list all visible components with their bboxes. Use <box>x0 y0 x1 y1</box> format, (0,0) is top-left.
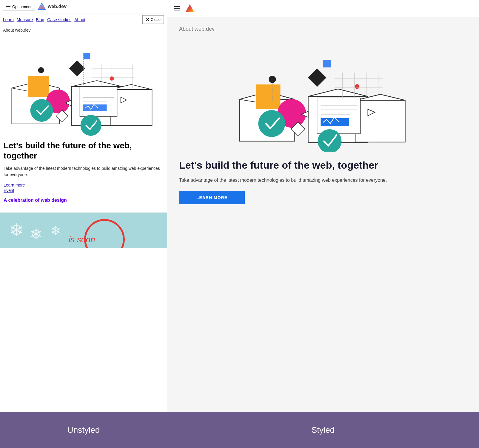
description-left: Take advantage of the latest modern tech… <box>4 165 163 178</box>
label-unstyled: Unstyled <box>0 412 167 448</box>
svg-point-30 <box>30 99 53 122</box>
svg-rect-12 <box>84 53 90 59</box>
content-left: Let's build the future of the web, toget… <box>0 136 167 213</box>
svg-text:❄: ❄ <box>9 220 24 240</box>
nav-measure[interactable]: Measure <box>17 17 33 22</box>
svg-rect-65 <box>317 98 361 134</box>
svg-point-70 <box>258 110 285 137</box>
right-content: About web.dev <box>167 17 479 412</box>
svg-text:❄: ❄ <box>30 226 42 243</box>
celebration-link[interactable]: A celebration of web design <box>4 198 163 203</box>
left-header: Open menu web.dev <box>0 0 167 13</box>
logo-icon-right <box>185 4 195 13</box>
illustration-right <box>179 38 467 152</box>
about-label-left: About web.dev <box>0 26 167 34</box>
unstyled-text: Unstyled <box>67 425 100 435</box>
nav-learn[interactable]: Learn <box>3 17 14 22</box>
svg-rect-69 <box>321 118 349 126</box>
site-name: web.dev <box>48 4 67 9</box>
nav-about[interactable]: About <box>74 17 85 22</box>
svg-marker-46 <box>308 89 368 96</box>
main-heading-right: Let's build the future of the web, toget… <box>179 159 467 172</box>
svg-point-31 <box>81 115 101 136</box>
nav-case-studies[interactable]: Case studies <box>47 17 71 22</box>
svg-rect-11 <box>69 60 85 76</box>
left-panel-unstyled: Open menu web.dev Learn Measur <box>0 0 167 412</box>
label-styled: Styled <box>167 412 479 448</box>
snowflake-preview: ❄ ❄ ❄ is soon <box>0 213 167 248</box>
about-label-right: About web.dev <box>179 26 467 32</box>
illustration-left <box>0 34 167 136</box>
main-heading-left: Let's build the future of the web, toget… <box>4 141 163 161</box>
close-label: Close <box>151 17 161 22</box>
bottom-labels: Unstyled Styled <box>0 412 479 448</box>
svg-marker-41 <box>186 4 194 12</box>
close-button[interactable]: ✕ Close <box>142 15 164 24</box>
nav-bar: Learn Measure Blog Case studies About ✕ … <box>0 13 167 26</box>
logo-icon <box>38 2 46 11</box>
open-menu-button[interactable]: Open menu <box>3 3 35 10</box>
svg-rect-49 <box>256 84 281 109</box>
svg-rect-9 <box>28 76 49 97</box>
nav-blog[interactable]: Blog <box>36 17 44 22</box>
svg-point-53 <box>269 76 276 83</box>
right-panel-styled: About web.dev <box>167 0 479 412</box>
svg-point-57 <box>355 84 360 89</box>
description-right: Take advantage of the latest modern tech… <box>179 176 467 184</box>
svg-rect-51 <box>308 68 326 87</box>
logo-area: web.dev <box>38 2 67 11</box>
hamburger-right-icon[interactable] <box>173 5 181 12</box>
svg-text:is soon: is soon <box>69 235 95 244</box>
right-header <box>167 0 479 17</box>
learn-more-button[interactable]: LEARN MORE <box>179 191 245 204</box>
svg-rect-47 <box>356 100 405 142</box>
svg-point-13 <box>38 67 44 73</box>
svg-marker-6 <box>72 81 122 87</box>
svg-text:❄: ❄ <box>51 224 61 237</box>
links-left: Learn more Event <box>4 183 163 193</box>
svg-rect-52 <box>323 60 331 67</box>
hamburger-icon <box>6 5 10 8</box>
event-link[interactable]: Event <box>4 188 163 193</box>
open-menu-label: Open menu <box>12 4 33 9</box>
close-x-icon: ✕ <box>146 17 150 22</box>
styled-text: Styled <box>312 425 335 435</box>
learn-more-link[interactable]: Learn more <box>4 183 163 187</box>
